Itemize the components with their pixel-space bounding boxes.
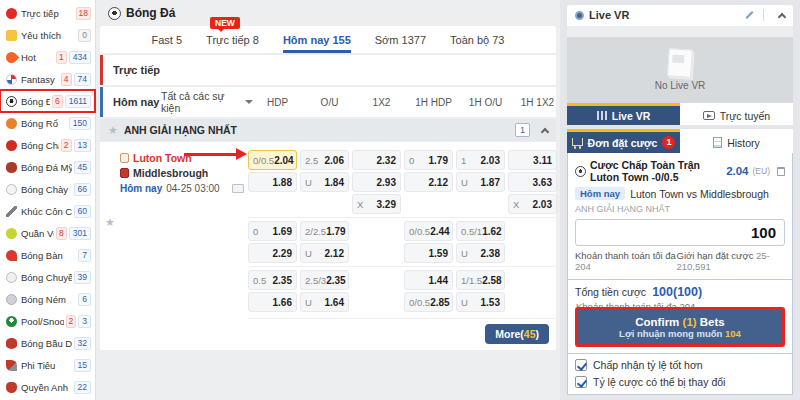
checkbox-checked-icon[interactable]: [575, 359, 587, 371]
today-section-header: Hôm nay Tất cả các sự kiện HDP O/U 1X2 1…: [100, 87, 556, 117]
favorite-star-icon[interactable]: ★: [105, 216, 115, 350]
odds-cell[interactable]: 0.5/11.62: [456, 221, 505, 241]
live-section-header[interactable]: Trực tiếp: [100, 55, 556, 85]
video-icon: [703, 111, 715, 120]
away-crest-icon: [120, 168, 129, 178]
flame-icon: [4, 49, 20, 65]
odds-cell[interactable]: 2.29: [248, 243, 297, 263]
odds-cell[interactable]: X3.29: [352, 194, 401, 214]
tab-toan-bo[interactable]: Toàn bộ 73: [450, 26, 504, 53]
confirm-bets-button[interactable]: Confirm (1) Bets Lợi nhuận mong muốn 104: [575, 307, 785, 347]
odds-may-change-checkbox[interactable]: Tỷ lệ cược có thể bị thay đổi: [575, 376, 785, 388]
accept-better-odds-checkbox[interactable]: Chấp nhận tỷ lệ tốt hơn: [575, 359, 785, 371]
tab-hom-nay[interactable]: Hôm nay 155: [283, 26, 351, 53]
vr-strip: [567, 26, 793, 37]
sidebar-item-bong-nem[interactable]: Bóng Ném6: [0, 288, 95, 310]
odds-cell[interactable]: U1.53: [456, 292, 505, 312]
sidebar-item-bong-da[interactable]: Bóng Đá61611: [0, 90, 95, 112]
tennis-icon: [6, 228, 17, 239]
day-badge: Hôm nay: [575, 187, 625, 200]
odds-cell[interactable]: 2.52.06: [300, 150, 349, 170]
collapse-chevron-icon[interactable]: [778, 13, 786, 21]
odds-cell[interactable]: 1.44: [404, 270, 453, 290]
sidebar-item-bong-chay-2[interactable]: Bóng Chày66: [0, 178, 95, 200]
sidebar-item-hot[interactable]: Hot1434: [0, 46, 95, 68]
home-team[interactable]: Luton Town: [133, 152, 192, 164]
market-tabbar: NEW Fast 5 Trực tiếp 8 Hôm nay 155 Sớm 1…: [100, 26, 556, 53]
odds-cell[interactable]: 0.52.35: [248, 270, 297, 290]
odds-cell[interactable]: 01.79: [404, 150, 453, 170]
live-vr-icon: [575, 11, 584, 20]
bet-odds: 2.04: [726, 165, 748, 177]
match-info[interactable]: Luton Town Middlesbrough Hôm nay 04-25 0…: [120, 146, 248, 350]
tab-live-vr[interactable]: Live VR: [567, 103, 680, 125]
odds-cell[interactable]: 2.5/32.35: [300, 270, 349, 290]
cart-icon: [572, 138, 583, 146]
sidebar-item-khuc-con-cau[interactable]: Khúc Côn Cầu60: [0, 200, 95, 222]
odds-cell[interactable]: U1.84: [300, 172, 349, 192]
stake-input[interactable]: [575, 219, 785, 246]
odds-empty: [352, 243, 401, 263]
sidebar-item-bong-ban[interactable]: Bóng Bàn7: [0, 244, 95, 266]
sidebar-item-bong-bau-duc[interactable]: Bóng Bầu Dục32: [0, 332, 95, 354]
sidebar-item-bong-chuyen[interactable]: Bóng Chuyền39: [0, 266, 95, 288]
odds-cell[interactable]: U2.38: [456, 243, 505, 263]
sidebar-item-bong-chay[interactable]: Bóng Chày213: [0, 134, 95, 156]
odds-empty: [508, 221, 557, 241]
odds-cell[interactable]: 2/2.51.79: [300, 221, 349, 241]
odds-cell[interactable]: 0/0.52.85: [404, 292, 453, 312]
match-row: ★ Luton Town Middlesbrough Hôm nay 04-25…: [100, 142, 556, 350]
league-header[interactable]: ★ ANH GIẢI HẠNG NHẤT 1: [100, 119, 556, 141]
resize-icon[interactable]: [744, 10, 754, 20]
odds-cell[interactable]: 1/1.52.58: [456, 270, 505, 290]
odds-cell-selected[interactable]: 0/0.52.04: [248, 150, 297, 170]
match-time: 04-25 03:00: [166, 183, 219, 194]
tab-history[interactable]: History: [680, 129, 793, 153]
odds-cell[interactable]: 1.59: [404, 243, 453, 263]
odds-empty: [352, 221, 401, 241]
odds-cell[interactable]: 1.66: [248, 292, 297, 312]
odds-empty: [248, 194, 297, 214]
odds-cell[interactable]: 2.93: [352, 172, 401, 192]
sidebar-item-phi-tieu[interactable]: Phi Tiêu15: [0, 354, 95, 376]
odds-cell[interactable]: 01.69: [248, 221, 297, 241]
collapse-chevron-icon[interactable]: [541, 127, 549, 135]
odds-cell[interactable]: 12.03: [456, 150, 505, 170]
tab-bet-slip[interactable]: Đơn đặt cược1: [567, 129, 680, 153]
odds-cell[interactable]: X2.03: [508, 194, 557, 214]
annotation-arrow: [184, 153, 236, 156]
sidebar-item-bong-ro[interactable]: Bóng Rổ150: [0, 112, 95, 134]
away-team[interactable]: Middlesbrough: [133, 167, 208, 179]
favorite-star-icon[interactable]: ★: [108, 124, 118, 137]
more-markets-button[interactable]: More(45): [485, 324, 549, 344]
odds-cell[interactable]: U2.12: [300, 243, 349, 263]
tab-truc-tiep[interactable]: Trực tiếp 8: [206, 26, 259, 53]
checkbox-checked-icon[interactable]: [575, 376, 587, 388]
sidebar-item-truc-tiep[interactable]: Trực tiếp18: [0, 2, 95, 24]
sidebar-item-pool-snooker[interactable]: Pool/Snooker23: [0, 310, 95, 332]
tab-fast5[interactable]: Fast 5: [152, 26, 183, 53]
event-filter-dropdown[interactable]: Tất cả các sự kiện: [161, 90, 253, 114]
odds-empty: [300, 194, 349, 214]
stats-icon[interactable]: [232, 184, 244, 193]
sidebar-item-yeu-thich[interactable]: Yêu thích0: [0, 24, 95, 46]
tab-som[interactable]: Sớm 1377: [375, 26, 426, 53]
sidebar-item-bong-da-my[interactable]: Bóng Đá Mỹ45: [0, 156, 95, 178]
sidebar-item-quan-vot[interactable]: Quần Vợt8301: [0, 222, 95, 244]
odds-cell[interactable]: 3.11: [508, 150, 557, 170]
odds-empty: [352, 292, 401, 312]
cricket-ball-icon: [6, 140, 17, 151]
trash-icon[interactable]: [777, 167, 785, 176]
odds-cell[interactable]: 1.88: [248, 172, 297, 192]
tab-truc-tuyen[interactable]: Trực tuyến: [680, 103, 793, 125]
odds-cell[interactable]: U1.87: [456, 172, 505, 192]
odds-cell[interactable]: 2.12: [404, 172, 453, 192]
bet-league: ANH GIẢI HẠNG NHẤT: [575, 204, 785, 214]
sidebar-item-quyen-anh[interactable]: Quyền Anh22: [0, 376, 95, 398]
odds-cell[interactable]: 0/0.52.44: [404, 221, 453, 241]
col-1h-ou: 1H O/U: [461, 97, 510, 108]
odds-cell[interactable]: U1.64: [300, 292, 349, 312]
odds-cell[interactable]: 3.63: [508, 172, 557, 192]
sidebar-item-fantasy[interactable]: Fantasy474: [0, 68, 95, 90]
odds-cell[interactable]: 2.32: [352, 150, 401, 170]
